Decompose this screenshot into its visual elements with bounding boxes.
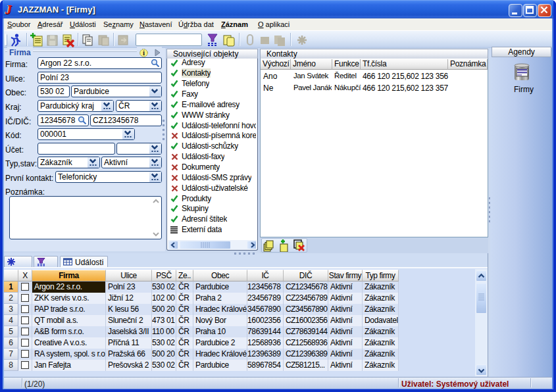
- svg-text:i: i: [143, 49, 145, 57]
